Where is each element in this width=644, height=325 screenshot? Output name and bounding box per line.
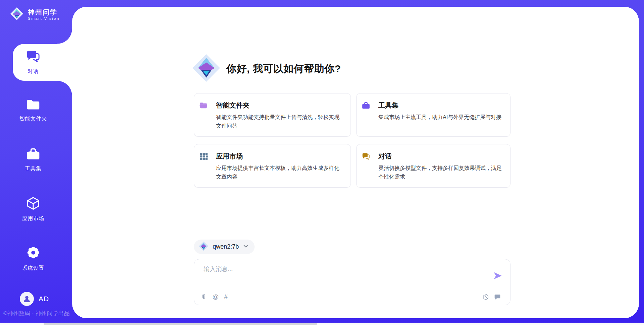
cube-icon <box>26 196 41 212</box>
card-toolbox[interactable]: 工具集 集成市场上主流工具，助力AI与外界无缝扩展与对接 <box>356 93 511 137</box>
sidebar-item-smart-folder[interactable]: 智能文件夹 <box>12 98 54 122</box>
send-button[interactable] <box>493 271 502 280</box>
chevron-down-icon <box>243 243 249 250</box>
brand-diamond-icon <box>10 7 23 22</box>
brand-tagline: Smart Vision <box>28 16 60 21</box>
attachment-icon[interactable] <box>200 294 207 300</box>
brand-name: 神州问学 <box>28 8 60 16</box>
card-smart-folder[interactable]: 智能文件夹 智能文件夹功能支持批量文件上传与清洗，轻松实现文件问答 <box>194 93 351 137</box>
sidebar-item-label: 智能文件夹 <box>19 115 47 122</box>
sidebar-item-toolbox[interactable]: 工具集 <box>12 147 54 172</box>
brand-logo: 神州问学 Smart Vision <box>10 7 60 22</box>
sidebar-item-app-market[interactable]: 应用市场 <box>12 196 54 222</box>
greeting-title: 你好, 我可以如何帮助你? <box>226 62 341 76</box>
history-icon[interactable] <box>482 294 489 300</box>
model-name: qwen2:7b <box>213 243 239 250</box>
folder-icon <box>26 98 40 112</box>
model-diamond-icon <box>199 241 209 253</box>
tab-curve-top <box>57 29 72 44</box>
card-description: 智能文件夹功能支持批量文件上传与清洗，轻松实现文件问答 <box>216 113 342 130</box>
sidebar-item-chat[interactable]: 对话 <box>12 50 54 75</box>
model-selector[interactable]: qwen2:7b <box>194 240 255 254</box>
card-title: 应用市场 <box>216 152 243 161</box>
sidebar-item-settings[interactable]: 系统设置 <box>12 245 54 272</box>
sidebar-item-label: 系统设置 <box>22 265 44 272</box>
composer-toolbar: @ # <box>194 290 510 305</box>
sidebar: 神州问学 Smart Vision 对话 智能 <box>0 0 72 325</box>
card-chat[interactable]: 对话 灵活切换多模型文件，支持多样回复效果调试，满足个性化需求 <box>356 144 511 188</box>
card-title: 对话 <box>378 152 392 161</box>
assistant-diamond-icon <box>192 54 221 84</box>
card-title: 工具集 <box>378 101 398 110</box>
briefcase-icon <box>362 101 370 110</box>
avatar <box>20 292 34 306</box>
chat-bubbles-icon <box>362 152 370 161</box>
gear-icon <box>25 245 41 262</box>
card-app-market[interactable]: 应用市场 应用市场提供丰富长文本模板，助力高效生成多样化文章内容 <box>194 144 351 188</box>
hashtag-icon[interactable]: # <box>224 294 228 300</box>
folder-open-icon <box>199 101 208 110</box>
main-panel: 你好, 我可以如何帮助你? 智能文件夹 智能文件夹功能支持批量文件上传与清洗，轻… <box>72 7 639 318</box>
chat-history-icon[interactable] <box>494 294 501 300</box>
user-chip[interactable]: AD <box>20 292 49 306</box>
user-initials: AD <box>39 295 49 303</box>
horizontal-scrollbar <box>0 323 644 325</box>
copyright-text: ©神州数码 · 神州问学出品 <box>3 310 70 317</box>
scrollbar-thumb[interactable] <box>44 323 317 325</box>
card-description: 应用市场提供丰富长文本模板，助力高效生成多样化文章内容 <box>216 164 342 181</box>
message-composer: @ # <box>194 259 511 305</box>
sidebar-item-label: 应用市场 <box>22 215 44 222</box>
feature-cards: 智能文件夹 智能文件夹功能支持批量文件上传与清洗，轻松实现文件问答 工具集 <box>194 93 511 188</box>
chat-bubbles-icon <box>25 50 41 65</box>
app-grid-icon <box>199 152 208 161</box>
message-input[interactable] <box>204 265 472 287</box>
sidebar-item-label: 对话 <box>28 68 39 75</box>
app-root: 神州问学 Smart Vision 对话 智能 <box>0 0 644 325</box>
sidebar-item-label: 工具集 <box>25 165 42 172</box>
card-title: 智能文件夹 <box>216 101 250 110</box>
toolbox-icon <box>26 147 41 162</box>
mention-icon[interactable]: @ <box>212 294 219 300</box>
card-description: 灵活切换多模型文件，支持多样回复效果调试，满足个性化需求 <box>378 164 502 181</box>
card-description: 集成市场上主流工具，助力AI与外界无缝扩展与对接 <box>378 113 502 122</box>
tab-curve-bottom <box>57 81 72 95</box>
greeting: 你好, 我可以如何帮助你? <box>192 54 341 84</box>
